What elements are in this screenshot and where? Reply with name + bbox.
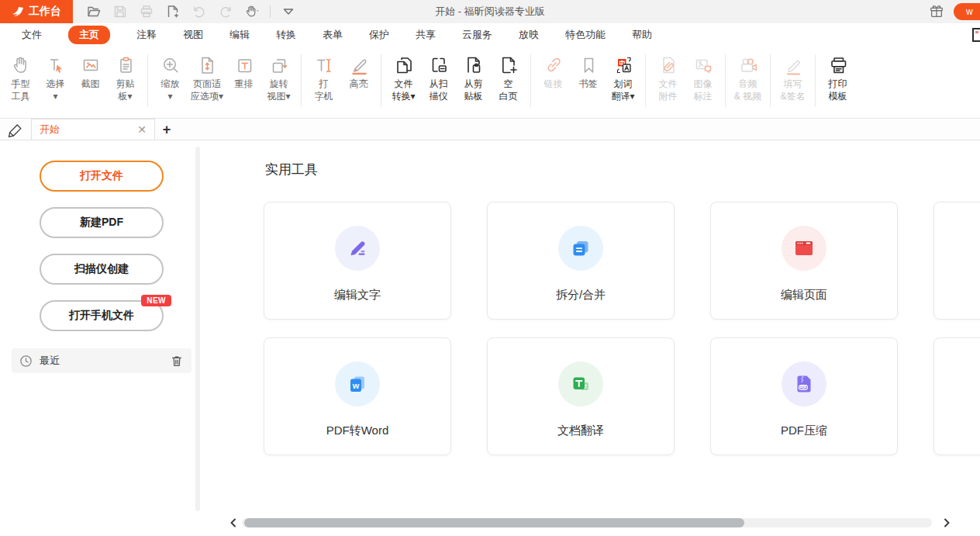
hand-icon [10,53,32,78]
tab-label: 开始 [40,123,137,137]
panel-edge-icon[interactable] [972,28,980,42]
tool-cards-grid: 编辑文字 拆分/合并 编辑页面 w PDF转Word [264,202,980,455]
fill-sign-button: 填写 &签名 [775,47,810,118]
menu-protect[interactable]: 保护 [369,28,389,42]
split-merge-icon [558,226,603,271]
toolbar-separator [147,54,148,107]
clipboard-button[interactable]: 剪贴 板▾ [108,47,143,118]
sidebar: 打开文件 新建PDF 扫描仪创建 打开手机文件 NEW 最近 [0,140,203,536]
open-file-icon[interactable] [84,2,104,21]
scrollbar-thumb[interactable] [244,518,744,527]
tool-card-pdf-compress[interactable]: PDF PDF压缩 [710,337,898,455]
attachment-icon [657,53,679,78]
quick-access-toolbar [84,2,298,21]
tab-start[interactable]: 开始 ✕ [31,119,155,140]
hand-tool-quick-icon[interactable] [242,2,262,21]
start-page: 打开文件 新建PDF 扫描仪创建 打开手机文件 NEW 最近 实用工具 [0,140,980,536]
menu-convert[interactable]: 转换 [276,28,296,42]
snapshot-icon [80,53,102,78]
menu-home[interactable]: 主页 [68,26,110,44]
redo-icon [216,2,236,21]
menu-help[interactable]: 帮助 [632,28,652,42]
workspace-button[interactable]: 工作台 [0,0,73,23]
scroll-left-icon[interactable] [228,517,239,528]
title-bar: 工作台 开始 - 福昕阅读器专业版 [0,0,980,23]
open-file-button[interactable]: 打开文件 [40,161,164,192]
scanner-create-button[interactable]: 扫描仪创建 [40,254,164,285]
tool-card-edit-pages[interactable]: 编辑页面 [710,202,898,320]
toolbar-separator [301,54,302,107]
from-scanner-button[interactable]: 从扫 描仪 [421,47,456,118]
menu-present[interactable]: 放映 [519,28,539,42]
toolbar-separator [815,54,816,107]
open-mobile-file-button[interactable]: 打开手机文件 NEW [40,300,164,331]
quick-access-separator [270,5,271,18]
tool-card-doc-translate[interactable]: 文档翻译 [487,337,675,455]
recent-files-row[interactable]: 最近 [12,348,192,373]
page-fit-icon [196,53,218,78]
tool-card-partial[interactable] [933,337,980,455]
toolbar-separator [530,54,531,107]
menu-cloud[interactable]: 云服务 [462,28,492,42]
zoom-button[interactable]: 缩放 ▾ [153,47,188,118]
sidebar-scrollbar[interactable] [195,147,200,511]
bookmark-button[interactable]: 书签 [571,47,606,118]
menu-share[interactable]: 共享 [416,28,436,42]
typewriter-button[interactable]: 打 字机 [306,47,341,118]
new-badge: NEW [141,295,171,306]
new-tab-button[interactable]: + [155,119,178,140]
file-convert-icon [393,53,415,78]
customize-toolbar-icon[interactable] [278,2,298,21]
menu-bar: 文件 主页 注释 视图 编辑 转换 表单 保护 共享 云服务 放映 特色功能 帮… [0,23,980,47]
create-pdf-button[interactable]: 新建PDF [40,207,164,238]
clock-icon [19,354,33,368]
tool-card-partial[interactable] [933,202,980,320]
tool-card-split-merge[interactable]: 拆分/合并 [487,202,675,320]
pdf-to-word-icon: w [335,361,380,406]
tab-close-icon[interactable]: ✕ [137,123,147,136]
hand-tool-button[interactable]: 手型 工具 [3,47,38,118]
menu-file[interactable]: 文件 [22,28,42,42]
edit-pages-icon [782,226,826,271]
pen-mode-icon[interactable] [0,119,31,140]
menu-features[interactable]: 特色功能 [565,28,606,42]
gift-icon[interactable] [929,4,944,19]
svg-text:w: w [352,381,360,390]
typewriter-icon [313,53,335,78]
audio-video-button: 音频 & 视频 [730,47,765,118]
scroll-right-icon[interactable] [941,517,952,528]
word-translate-button[interactable]: 划词 翻译▾ [606,47,640,118]
highlight-button[interactable]: 高亮 [341,47,376,118]
bookmark-icon [578,53,599,78]
page-fit-options-button[interactable]: 页面适 应选项▾ [188,47,226,118]
select-tool-button[interactable]: 选择 ▾ [38,47,73,118]
menu-edit[interactable]: 编辑 [229,28,250,42]
from-clipboard-button[interactable]: 从剪 贴板 [456,47,491,118]
workspace-label: 工作台 [29,5,61,19]
foxit-logo-icon [12,6,24,17]
from-clipboard-icon [463,53,485,78]
tool-card-pdf-to-word[interactable]: w PDF转Word [264,337,451,455]
reflow-icon [233,53,255,78]
tool-card-edit-text[interactable]: 编辑文字 [264,202,451,320]
select-cursor-icon [45,53,67,78]
file-attachment-button: 文件 附件 [650,47,685,118]
scrollbar-track[interactable] [242,518,932,527]
menu-form[interactable]: 表单 [323,28,343,42]
menu-comment[interactable]: 注释 [136,28,157,42]
upgrade-button[interactable]: w [954,3,980,20]
file-convert-button[interactable]: 文件 转换▾ [386,47,421,118]
highlighter-icon [348,53,370,78]
blank-page-button[interactable]: 空 白页 [491,47,526,118]
clear-recent-icon[interactable] [170,354,184,368]
tab-bar: 开始 ✕ + [0,119,980,140]
print-template-icon [827,53,849,78]
rotate-view-button[interactable]: 旋转 视图▾ [261,47,296,118]
print-template-button[interactable]: 打印 模板 [820,47,855,118]
section-heading: 实用工具 [265,161,318,178]
toolbar-separator [381,54,381,107]
snapshot-button[interactable]: 截图 [73,47,108,118]
reflow-button[interactable]: 重排 [226,47,261,118]
menu-view[interactable]: 视图 [183,28,203,42]
new-document-icon[interactable] [163,2,183,21]
